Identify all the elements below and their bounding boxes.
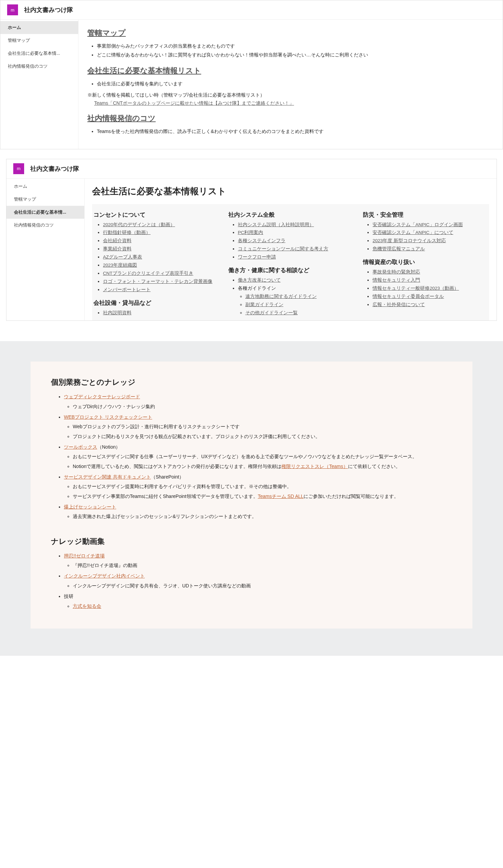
- kb-item: WEBプロジェクト リスクチェックシートWebプロジェクトのプラン設計・進行時に…: [64, 413, 452, 441]
- heading-tips[interactable]: 社内情報発信のコツ: [87, 113, 156, 123]
- panel-basicinfo: m 社内文書みつけ隊 ホーム 管轄マップ 会社生活に必要な基本情... 社内情報…: [6, 159, 497, 321]
- list-link[interactable]: 事業紹介資料: [103, 246, 132, 251]
- list-link[interactable]: 社内システム説明（入社時説明用）: [238, 222, 314, 227]
- kb-heading: 個別業務ごとのナレッジ: [51, 377, 452, 388]
- list-link[interactable]: 2023年度組織図: [103, 262, 137, 268]
- bullet: Teamsを使った社内情報発信の際に、読み手に正しく&わかりやすく伝えるためのコ…: [97, 127, 494, 135]
- kb-item: 押忍!!ゼロイチ道場『押忍!!ゼロイチ道場』の動画: [64, 552, 452, 570]
- list-link[interactable]: 副業ガイドライン: [245, 302, 283, 307]
- kb-sub-item: インクルーシブデザインに関する共有会、ラジオ、UDトーク使い方講座などの動画: [73, 582, 452, 590]
- kb-item: 爆上げセッションシート過去実施された爆上げセッションのセッション&リフレクション…: [64, 503, 452, 521]
- knowledge-box: 個別業務ごとのナレッジウェブディレクターナレッジボードウェブDir向けノウハウ・…: [31, 362, 472, 629]
- list-link[interactable]: 行動指針研修（動画）: [103, 230, 150, 235]
- main-content-basicinfo: 会社生活に必要な基本情報リスト コンセントについて2020年代のデザインとは（動…: [85, 178, 496, 320]
- kb-sub-item: Notionで運用しているため、閲覧にはゲストアカウントの発行が必要になります。…: [73, 463, 452, 471]
- bullets-basicinfo: 会社生活に必要な情報を集約しています: [97, 80, 494, 87]
- kb-link[interactable]: ウェブディレクターナレッジボード: [64, 394, 140, 399]
- list-link[interactable]: 情報セキュリティ一般研修2023（動画）: [373, 286, 459, 291]
- kb-link[interactable]: ツールボックス: [64, 444, 97, 450]
- kb-link[interactable]: 爆上げセッションシート: [64, 504, 116, 509]
- kb-suffix: （SharePoint）: [151, 474, 184, 479]
- kb-sub-item: Webプロジェクトのプラン設計・進行時に利用するリスクチェックシートです: [73, 423, 452, 431]
- nav-basicinfo[interactable]: 会社生活に必要な基本情...: [0, 47, 78, 60]
- main-content-home: 管轄マップ 事業部側からみたバックオフィスの担当業務をまとめたものです どこに情…: [78, 20, 503, 149]
- nav-map[interactable]: 管轄マップ: [7, 193, 84, 206]
- list-link[interactable]: 情報セキュリティ入門: [373, 278, 420, 283]
- list-link[interactable]: 2020年代のデザインとは（動画）: [103, 222, 175, 227]
- list-link[interactable]: PC利用案内: [238, 230, 263, 235]
- kb-item: 技研方式を知る会: [64, 592, 452, 610]
- page-title: 会社生活に必要な基本情報リスト: [92, 183, 489, 204]
- kb-suffix: （Notion）: [97, 444, 120, 450]
- list-link[interactable]: 各種システムインフラ: [238, 238, 285, 243]
- section-heading: 会社設備・貸与品など: [93, 299, 218, 307]
- kb-sub-item: おもにサービスデザインに関する仕事（ユーザーリサーチ、UXデザインなど）を進める…: [73, 453, 452, 461]
- header: m 社内文書みつけ隊: [7, 159, 496, 178]
- nav-tips[interactable]: 社内情報発信のコツ: [0, 60, 78, 73]
- header: m 社内文書みつけ隊: [0, 0, 503, 20]
- section-heading: 情報資産の取り扱い: [363, 258, 488, 266]
- kb-sub-item: 『押忍!!ゼロイチ道場』の動画: [73, 561, 452, 569]
- heading-basicinfo[interactable]: 会社生活に必要な基本情報リスト: [87, 66, 201, 76]
- section-heading: 社内システム全般: [228, 211, 353, 219]
- kb-link[interactable]: サービスデザイン関連 共有ドキュメント: [64, 474, 151, 479]
- kb-sub-item: ウェブDir向けノウハウ・ナレッジ集約: [73, 403, 452, 411]
- kb-item: インクルーシブデザイン社内イベントインクルーシブデザインに関する共有会、ラジオ、…: [64, 572, 452, 590]
- kb-sub-item: 過去実施された爆上げセッションのセッション&リフレクションのシートまとめです。: [73, 513, 452, 520]
- kb-sub-item: サービスデザイン事業部のTeamsに紐付くSharePoint領域でデータを管理…: [73, 493, 452, 500]
- kb-link[interactable]: Teamsチーム SD ALL: [258, 494, 304, 499]
- list-link[interactable]: メンバーポートレート: [103, 287, 150, 292]
- list-link[interactable]: ロゴ・フォント・フォーマット・テレカン背景画像: [103, 279, 212, 284]
- kb-link[interactable]: 権限リクエストスレ（Teams）: [281, 464, 348, 469]
- kb-link[interactable]: 押忍!!ゼロイチ道場: [64, 553, 105, 558]
- kb-sub-item: プロジェクトに関わるリスクを見つける観点が記載されています。プロジェクトのリスク…: [73, 433, 452, 441]
- kb-item: ウェブディレクターナレッジボードウェブDir向けノウハウ・ナレッジ集約: [64, 393, 452, 411]
- knowledge-wrap: 個別業務ごとのナレッジウェブディレクターナレッジボードウェブDir向けノウハウ・…: [0, 341, 503, 656]
- kb-item: ツールボックス（Notion）おもにサービスデザインに関する仕事（ユーザーリサー…: [64, 443, 452, 471]
- list-link[interactable]: 広報・社外発信について: [373, 302, 425, 307]
- list-link[interactable]: 会社紹介資料: [103, 238, 132, 243]
- list-link[interactable]: AZグループ人事表: [103, 255, 142, 259]
- bullets-map: 事業部側からみたバックオフィスの担当業務をまとめたものです どこに情報があるかわ…: [97, 42, 494, 59]
- list-link[interactable]: 事故発生時の緊急対応: [373, 269, 420, 275]
- list-link[interactable]: コミュニケーションツールに関する考え方: [238, 246, 328, 251]
- side-nav: ホーム 管轄マップ 会社生活に必要な基本情... 社内情報発信のコツ: [7, 178, 85, 320]
- list-text: 各種ガイドライン: [238, 286, 276, 291]
- site-title: 社内文書みつけ隊: [30, 165, 79, 173]
- nav-map[interactable]: 管轄マップ: [0, 34, 78, 47]
- list-link[interactable]: 危機管理広報マニュアル: [373, 246, 425, 251]
- list-link[interactable]: 2023年度 新型コロナウイルス対応: [373, 238, 446, 243]
- section-heading: 防災・安全管理: [363, 211, 488, 219]
- list-link[interactable]: 安否確認システム「ANPIC」ログイン画面: [373, 222, 463, 227]
- note-link[interactable]: Teams「CNTポータルのトップページに載せたい情報は【みつけ隊】までご連絡く…: [94, 100, 294, 106]
- site-logo[interactable]: m: [13, 163, 24, 174]
- list-link[interactable]: 安否確認システム「ANPIC」について: [373, 230, 453, 235]
- list-link[interactable]: 社内説明資料: [103, 310, 132, 315]
- side-nav: ホーム 管轄マップ 会社生活に必要な基本情... 社内情報発信のコツ: [0, 20, 78, 149]
- nav-home[interactable]: ホーム: [7, 180, 84, 193]
- list-link[interactable]: ワークフロー申請: [238, 255, 276, 259]
- nav-tips[interactable]: 社内情報発信のコツ: [7, 219, 84, 231]
- kb-heading: ナレッジ動画集: [51, 536, 452, 547]
- kb-link[interactable]: インクルーシブデザイン社内イベント: [64, 573, 145, 579]
- kb-link[interactable]: 方式を知る会: [73, 603, 101, 609]
- kb-link[interactable]: WEBプロジェクト リスクチェックシート: [64, 414, 152, 420]
- list-link[interactable]: CNTブランドのクリエイティブ表現手引き: [103, 271, 193, 276]
- panel-home: m 社内文書みつけ隊 ホーム 管轄マップ 会社生活に必要な基本情... 社内情報…: [0, 0, 503, 149]
- nav-basicinfo[interactable]: 会社生活に必要な基本情...: [7, 206, 84, 219]
- site-logo[interactable]: m: [7, 4, 18, 15]
- list-link[interactable]: 情報セキュリティ委員会ポータル: [373, 294, 444, 299]
- kb-item: サービスデザイン関連 共有ドキュメント（SharePoint）おもにサービスデザ…: [64, 473, 452, 500]
- bullet: 事業部側からみたバックオフィスの担当業務をまとめたものです: [97, 42, 494, 50]
- list-link[interactable]: 遠方地勤務に関するガイドライン: [245, 294, 317, 299]
- section-heading: 働き方・健康に関する相談など: [228, 266, 353, 274]
- note: ※新しく情報を掲載してほしい時（管轄マップ/会社生活に必要な基本情報リスト）: [87, 92, 494, 98]
- list-link[interactable]: その他ガイドライン一覧: [245, 310, 298, 315]
- bullet: どこに情報があるかわからない！誰に質問をすれば良いかわからない！情報や担当部署を…: [97, 51, 494, 59]
- list-link[interactable]: 働き方改革について: [238, 278, 281, 283]
- kb-text: 技研: [64, 593, 73, 599]
- heading-map[interactable]: 管轄マップ: [87, 28, 126, 38]
- site-title: 社内文書みつけ隊: [24, 6, 73, 14]
- section-heading: コンセントについて: [93, 211, 218, 219]
- nav-home[interactable]: ホーム: [0, 21, 78, 34]
